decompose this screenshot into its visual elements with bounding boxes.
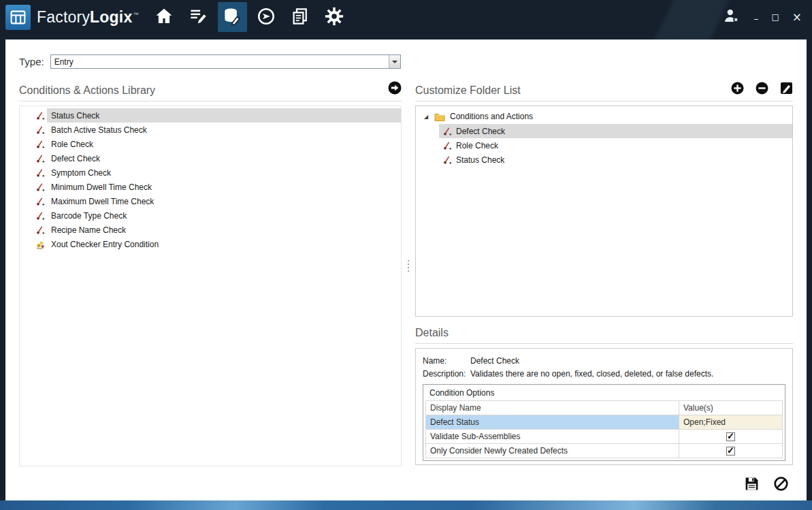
- type-dropdown[interactable]: Entry: [50, 54, 401, 69]
- add-button[interactable]: [731, 82, 744, 97]
- chevron-down-icon: [392, 61, 397, 63]
- table-row[interactable]: Validate Sub-Assemblies: [426, 430, 783, 444]
- brand-factory: Factory: [37, 8, 90, 26]
- work-orders-button[interactable]: [184, 2, 213, 32]
- trademark: ™: [133, 12, 138, 18]
- settings-button[interactable]: [320, 2, 349, 32]
- condition-icon: [442, 141, 454, 150]
- type-dropdown-value: Entry: [51, 55, 389, 68]
- splitter-grip-icon: [408, 258, 409, 274]
- copy-documents-icon: [290, 6, 310, 29]
- checkbox[interactable]: [726, 447, 735, 456]
- dropdown-arrow-button[interactable]: [389, 55, 400, 68]
- factorylogix-logo-icon: [5, 5, 31, 30]
- gear-icon: [324, 6, 344, 29]
- folder-tree: ◢ Conditions and Actions Defect Check: [415, 106, 793, 317]
- tree-root-label: Conditions and Actions: [450, 112, 533, 121]
- compass-arrow-icon: [256, 6, 276, 29]
- library-item[interactable]: Barcode Type Check: [20, 208, 401, 223]
- remove-button[interactable]: [756, 82, 768, 97]
- type-row: Type: Entry: [19, 54, 793, 69]
- library-item[interactable]: Symptom Check: [20, 165, 401, 180]
- panel-splitter[interactable]: [402, 82, 415, 466]
- detail-description-row: Description: Validates there are no open…: [423, 368, 785, 381]
- condition-icon: [35, 125, 47, 135]
- app-window: FactoryLogix™: [0, 0, 812, 510]
- logout-user-button[interactable]: [722, 7, 741, 27]
- bottom-accent-strip: [0, 500, 812, 510]
- description-value: Validates there are no open, fixed, clos…: [470, 368, 785, 381]
- user-logout-icon: [722, 7, 741, 27]
- library-item[interactable]: Xout Checker Entry Condition: [20, 237, 401, 251]
- column-header-values: Value(s): [679, 401, 783, 415]
- condition-icon: [35, 154, 47, 163]
- checkbox[interactable]: [726, 432, 735, 441]
- condition-icon: [35, 111, 47, 121]
- main-content: Type: Entry Conditions & Actions Library: [5, 39, 807, 500]
- cancel-button[interactable]: [773, 476, 789, 494]
- remove-circle-icon: [756, 82, 768, 97]
- expander-icon[interactable]: ◢: [424, 114, 431, 120]
- move-to-folder-button[interactable]: [388, 81, 402, 97]
- library-item[interactable]: Recipe Name Check: [20, 223, 401, 237]
- library-item[interactable]: Batch Active Status Check: [20, 123, 401, 137]
- condition-options-title: Condition Options: [423, 385, 785, 400]
- library-header: Conditions & Actions Library: [19, 82, 402, 101]
- list-edit-icon: [188, 6, 208, 29]
- library-item[interactable]: Minimum Dwell Time Check: [20, 180, 401, 194]
- name-value: Defect Check: [470, 355, 785, 368]
- library-item[interactable]: Defect Check: [20, 151, 401, 165]
- folder-list-header: Customize Folder List: [415, 82, 793, 101]
- library-panel: Conditions & Actions Library: [19, 82, 402, 466]
- library-item[interactable]: Status Check: [20, 108, 401, 123]
- library-button[interactable]: [218, 2, 247, 32]
- navigate-button[interactable]: [252, 2, 281, 32]
- tree-item[interactable]: Defect Check: [439, 124, 792, 138]
- details-title: Details: [415, 327, 449, 339]
- tree-item[interactable]: Status Check: [439, 153, 792, 167]
- library-list: Status Check Batch Active Status Check R…: [19, 106, 402, 466]
- condition-icon: [442, 155, 454, 165]
- library-title: Conditions & Actions Library: [19, 84, 155, 97]
- table-row[interactable]: Defect Status Open;Fixed: [426, 415, 783, 430]
- condition-icon: [35, 140, 47, 149]
- description-label: Description:: [423, 368, 470, 381]
- panels: Conditions & Actions Library: [19, 82, 793, 466]
- home-icon: [154, 6, 174, 29]
- brand-logix: Logix: [90, 8, 132, 26]
- condition-options-table: Display Name Value(s) Defect Status Open…: [425, 400, 783, 458]
- value-cell[interactable]: Open;Fixed: [679, 415, 783, 430]
- save-button[interactable]: [744, 476, 760, 494]
- condition-icon: [35, 197, 47, 206]
- condition-icon: [35, 211, 47, 221]
- cancel-slash-icon: [773, 476, 789, 494]
- arrow-right-circle-icon: [388, 81, 402, 97]
- tree-item[interactable]: Role Check: [439, 138, 792, 153]
- folder-panel: Customize Folder List: [415, 82, 793, 466]
- edit-square-icon: [780, 82, 793, 97]
- condition-icon: [35, 182, 47, 192]
- home-button[interactable]: [150, 2, 179, 32]
- folder-list-buttons: [731, 82, 793, 97]
- details-box: Name: Defect Check Description: Validate…: [415, 348, 793, 465]
- folder-list-title: Customize Folder List: [415, 84, 521, 97]
- main-toolbar: [150, 2, 349, 32]
- titlebar: FactoryLogix™: [0, 0, 812, 34]
- brand-title: FactoryLogix™: [37, 8, 139, 27]
- documents-button[interactable]: [286, 2, 315, 32]
- xout-checker-icon: [35, 240, 47, 249]
- library-item[interactable]: Maximum Dwell Time Check: [20, 194, 401, 208]
- table-row[interactable]: Only Consider Newly Created Defects: [426, 444, 783, 458]
- column-header-display-name: Display Name: [426, 401, 679, 415]
- footer-actions: [744, 476, 789, 494]
- folder-icon: [434, 112, 446, 121]
- maximize-button[interactable]: □: [771, 13, 779, 21]
- edit-button[interactable]: [780, 82, 793, 97]
- minimize-button[interactable]: –: [753, 14, 758, 23]
- condition-options-group: Condition Options Display Name Value(s): [423, 384, 785, 461]
- save-floppy-icon: [744, 476, 760, 494]
- tree-root-folder[interactable]: ◢ Conditions and Actions: [416, 109, 792, 124]
- close-button[interactable]: ×: [792, 12, 802, 23]
- condition-icon: [442, 127, 454, 136]
- library-item[interactable]: Role Check: [20, 137, 401, 151]
